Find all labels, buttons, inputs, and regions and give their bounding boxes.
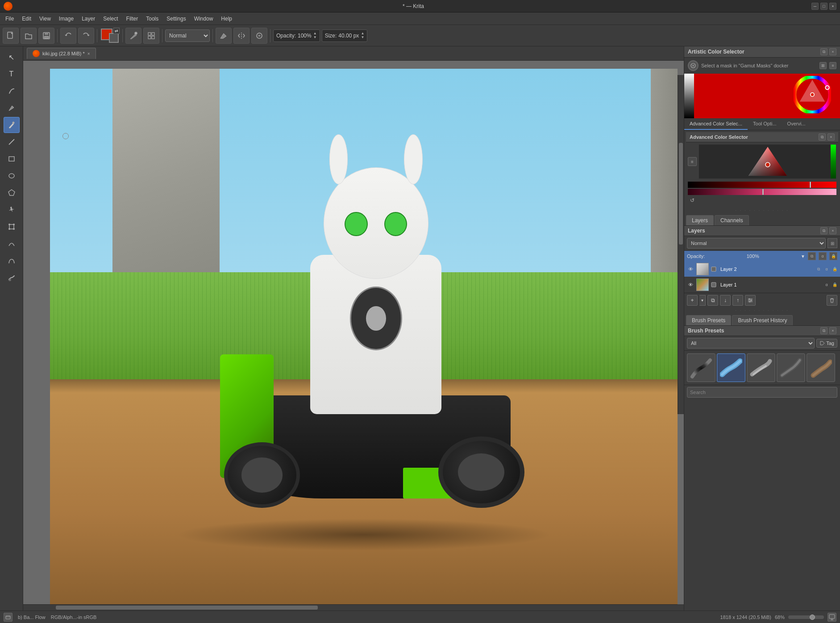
tab-layers[interactable]: Layers	[686, 215, 714, 225]
color-wheel-svg[interactable]	[794, 76, 831, 113]
painting-canvas[interactable]	[50, 69, 678, 604]
color-wheel-area[interactable]	[684, 74, 840, 118]
mirror-button[interactable]	[233, 28, 250, 44]
layer-2-extra-icon[interactable]: 🔒	[831, 266, 838, 273]
artistic-color-close-button[interactable]: ×	[829, 48, 836, 55]
tab-brush-preset-history[interactable]: Brush Preset History	[732, 315, 793, 325]
maximize-button[interactable]: □	[820, 3, 828, 10]
minimize-button[interactable]: ─	[811, 3, 819, 10]
menu-image[interactable]: Image	[55, 14, 77, 23]
layer-properties-button[interactable]	[745, 295, 756, 306]
vertical-scrollbar[interactable]	[678, 75, 684, 414]
layers-blend-mode-select[interactable]: Normal Multiply Screen	[687, 238, 826, 249]
artistic-color-float-button[interactable]: ⧉	[820, 48, 828, 55]
pen-tool-button[interactable]	[4, 100, 20, 116]
layers-close-button[interactable]: ×	[829, 227, 836, 234]
brush-preset-basic-1[interactable]	[687, 353, 715, 382]
menu-help[interactable]: Help	[217, 14, 236, 23]
save-document-button[interactable]	[38, 28, 54, 44]
background-color-swatch[interactable]	[109, 33, 119, 43]
layer-lock-alpha-button[interactable]: 🔒	[829, 252, 837, 260]
layer-2-lock-icon[interactable]: α	[823, 266, 830, 273]
layer-copy-button[interactable]: ⧉	[808, 252, 816, 260]
menu-settings[interactable]: Settings	[163, 14, 189, 23]
ellipse-tool-button[interactable]	[4, 168, 20, 184]
brush-preset-basic-5-size[interactable]	[807, 353, 835, 382]
menu-file[interactable]: File	[2, 14, 17, 23]
zoom-slider-thumb[interactable]	[810, 615, 815, 620]
opacity-down-button[interactable]: ▼	[313, 36, 317, 39]
bp-float-button[interactable]: ⧉	[820, 327, 828, 334]
layer-2-name[interactable]: Layer 2	[719, 266, 814, 272]
redo-button[interactable]	[78, 28, 94, 44]
calligraphy-tool-button[interactable]	[4, 83, 20, 99]
menu-layer[interactable]: Layer	[78, 14, 99, 23]
add-layer-button[interactable]: +	[687, 295, 698, 306]
panel-resize-handle-2[interactable]: · · · · · · · · · · · ·	[684, 307, 840, 313]
bp-close-button[interactable]: ×	[829, 327, 836, 334]
zoom-slider[interactable]	[788, 615, 824, 619]
menu-filter[interactable]: Filter	[123, 14, 142, 23]
hue-slider-thumb[interactable]	[762, 189, 764, 195]
wrap-button[interactable]	[251, 28, 267, 44]
layer-2-visibility-button[interactable]: 👁	[686, 265, 695, 274]
duplicate-layer-button[interactable]: ⧉	[707, 295, 718, 306]
close-button[interactable]: ×	[829, 3, 836, 10]
line-tool-button[interactable]	[4, 134, 20, 150]
brush-preset-basic-3-scatter[interactable]	[747, 353, 775, 382]
layers-float-button[interactable]: ⧉	[820, 227, 828, 234]
canvas-viewport[interactable]	[23, 61, 684, 611]
layers-filter-button[interactable]: ⊞	[828, 238, 837, 248]
red-slider-thumb[interactable]	[810, 182, 811, 188]
menu-edit[interactable]: Edit	[18, 14, 35, 23]
canvas-tab-close-button[interactable]: ×	[87, 51, 90, 56]
menu-window[interactable]: Window	[191, 14, 217, 23]
vertical-scroll-thumb[interactable]	[679, 143, 683, 245]
layer-row-1[interactable]: 👁 Layer 1 α 🔒	[684, 277, 840, 293]
grid-toggle-button[interactable]	[143, 28, 159, 44]
polygon-tool-button[interactable]	[4, 185, 20, 201]
menu-tools[interactable]: Tools	[142, 14, 162, 23]
canvas-tab-kiki[interactable]: kiki.jpg (22.8 MiB) * ×	[27, 48, 96, 59]
swap-colors-button[interactable]: ⇄	[113, 28, 120, 34]
opacity-up-button[interactable]: ▲	[313, 32, 317, 35]
brush-preset-button[interactable]	[125, 28, 141, 44]
layer-row-2[interactable]: 👁 Layer 2 ⧉ α 🔒	[684, 262, 840, 277]
size-up-button[interactable]: ▲	[361, 32, 364, 35]
gamut-mask-button[interactable]: ⊠	[819, 62, 827, 69]
tab-brush-presets[interactable]: Brush Presets	[686, 315, 731, 325]
horizontal-scrollbar[interactable]	[23, 604, 678, 611]
text-tool-button[interactable]: T	[4, 66, 20, 82]
open-document-button[interactable]	[21, 28, 37, 44]
tab-advanced-color-selector[interactable]: Advanced Color Selec...	[684, 118, 748, 130]
delete-layer-button[interactable]	[827, 295, 837, 306]
brush-tag-button[interactable]: Tag	[816, 339, 837, 348]
adv-color-triangle-container[interactable]	[699, 144, 836, 179]
horizontal-scroll-thumb[interactable]	[56, 606, 317, 610]
brush-preset-basic-4-flow[interactable]	[777, 353, 805, 382]
undo-button[interactable]	[60, 28, 76, 44]
layer-1-name[interactable]: Layer 1	[719, 282, 822, 287]
move-layer-down-button[interactable]: ↓	[720, 295, 731, 306]
magic-wand-button[interactable]	[4, 202, 20, 218]
transform-tool-button[interactable]	[4, 219, 20, 235]
red-channel-slider[interactable]	[688, 182, 836, 188]
add-layer-dropdown-button[interactable]: ▼	[699, 295, 706, 306]
layer-alpha-button[interactable]: α	[819, 252, 827, 260]
adv-color-close-button[interactable]: ×	[828, 133, 835, 141]
layer-1-lock-icon[interactable]: 🔒	[831, 281, 838, 288]
brush-tool-button[interactable]	[4, 117, 20, 133]
layers-opacity-down-button[interactable]: ▼	[801, 254, 805, 259]
gamut-options-button[interactable]: ≡	[829, 62, 836, 69]
brush-preset-basic-2-opacity[interactable]	[717, 353, 745, 382]
brush-search-input[interactable]	[687, 387, 837, 398]
menu-view[interactable]: View	[36, 14, 54, 23]
bezier-tool-button[interactable]	[4, 253, 20, 269]
tab-channels[interactable]: Channels	[715, 215, 749, 225]
panel-resize-handle-1[interactable]: · · · · · · · · · · · ·	[684, 208, 840, 213]
select-tool-button[interactable]: ↖	[4, 49, 20, 65]
layer-1-visibility-button[interactable]: 👁	[686, 280, 695, 289]
tab-overview[interactable]: Overvi...	[782, 118, 811, 130]
adv-color-float-button[interactable]: ⧉	[819, 133, 826, 141]
status-monitor-icon[interactable]	[828, 613, 836, 622]
